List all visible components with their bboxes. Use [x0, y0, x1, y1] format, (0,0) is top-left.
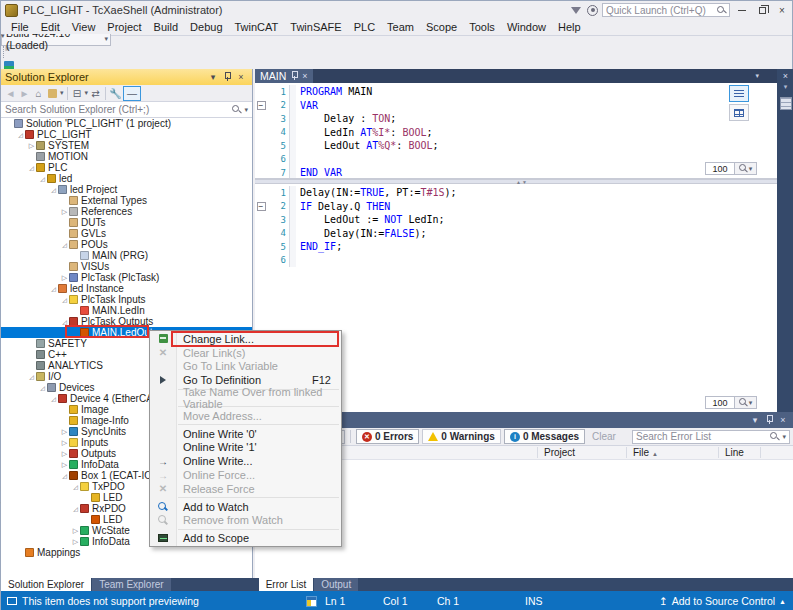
- tab-solution-explorer[interactable]: Solution Explorer: [1, 578, 91, 591]
- se-back-icon[interactable]: ◄: [4, 86, 17, 101]
- tree-expander-icon[interactable]: ◿: [60, 296, 69, 303]
- tree-item-plc-light[interactable]: ◿PLC_LIGHT: [1, 129, 252, 140]
- feedback-icon[interactable]: [587, 5, 598, 16]
- declaration-editor[interactable]: 100 ▾ 1PROGRAM MAIN−2VAR3 Delay : TON;4 …: [255, 83, 777, 179]
- menu-tools[interactable]: Tools: [463, 21, 501, 33]
- tree-item-gvls[interactable]: GVLs: [1, 228, 252, 239]
- tree-item-led-project[interactable]: ◿led Project: [1, 184, 252, 195]
- se-properties-icon[interactable]: 🔧: [109, 86, 122, 101]
- menu-edit[interactable]: Edit: [35, 21, 66, 33]
- menu-build[interactable]: Build: [148, 21, 184, 33]
- tab-team-explorer[interactable]: Team Explorer: [92, 578, 170, 591]
- tree-expander-icon[interactable]: ▷: [60, 274, 69, 282]
- tree-item-plctask-inputs[interactable]: ◿PlcTask Inputs: [1, 294, 252, 305]
- window-position-dropdown[interactable]: ▾: [748, 414, 762, 427]
- tree-item-motion[interactable]: MOTION: [1, 151, 252, 162]
- search-options-dropdown[interactable]: ▾: [244, 106, 248, 114]
- menu-item-online-write-0-[interactable]: Online Write '0': [150, 427, 341, 441]
- pin-icon[interactable]: [220, 71, 234, 84]
- tree-expander-icon[interactable]: ◿: [60, 318, 69, 325]
- tree-expander-icon[interactable]: ◿: [38, 384, 47, 391]
- menu-file[interactable]: File: [5, 21, 35, 33]
- tree-expander-icon[interactable]: ▷: [71, 538, 80, 546]
- tree-expander-icon[interactable]: ◿: [71, 483, 80, 490]
- pin-icon[interactable]: [762, 414, 776, 427]
- tree-item-references[interactable]: ▷References: [1, 206, 252, 217]
- switch-views-dropdown[interactable]: ▾: [60, 89, 64, 97]
- tree-item-pous[interactable]: ◿POUs: [1, 239, 252, 250]
- strip-dropdown-icon[interactable]: ▾: [777, 83, 793, 93]
- filter-icon[interactable]: [571, 7, 581, 14]
- zoom-icon[interactable]: ▾: [735, 162, 757, 175]
- menu-scope[interactable]: Scope: [420, 21, 463, 33]
- menu-debug[interactable]: Debug: [184, 21, 228, 33]
- minimize-button[interactable]: [734, 3, 750, 17]
- textual-view-toggle[interactable]: [729, 85, 749, 102]
- column-file[interactable]: File ▲: [633, 447, 658, 458]
- tree-item-plctask-outputs[interactable]: ◿PlcTask Outputs: [1, 316, 252, 327]
- menu-twinsafe[interactable]: TwinSAFE: [284, 21, 347, 33]
- code-fold-icon[interactable]: −: [257, 101, 266, 110]
- tab-close-icon[interactable]: ×: [302, 71, 307, 81]
- collapse-all-icon[interactable]: ⊟: [71, 86, 84, 101]
- zoom-level-implementation[interactable]: 100: [705, 396, 735, 409]
- clear-button[interactable]: Clear: [588, 431, 620, 442]
- column-line[interactable]: Line: [725, 447, 744, 458]
- home-icon[interactable]: ⌂: [32, 86, 45, 101]
- tree-expander-icon[interactable]: ◿: [60, 472, 69, 479]
- tree-expander-icon[interactable]: ◿: [49, 285, 58, 292]
- close-strip-icon[interactable]: ×: [777, 69, 793, 83]
- tree-expander-icon[interactable]: ▷: [60, 439, 69, 447]
- restore-button[interactable]: [754, 3, 770, 17]
- tab-error-list[interactable]: Error List: [259, 578, 314, 591]
- pending-changes-dropdown[interactable]: ▾: [85, 89, 89, 97]
- tree-item-solution-plc-light-1-project-[interactable]: Solution 'PLC_LIGHT' (1 project): [1, 118, 252, 129]
- close-panel-icon[interactable]: ×: [776, 414, 790, 427]
- tree-item-visus[interactable]: VISUs: [1, 261, 252, 272]
- solution-explorer-search[interactable]: Search Solution Explorer (Ctrl+;) ▾: [1, 102, 252, 118]
- tree-expander-icon[interactable]: ◿: [49, 186, 58, 193]
- menu-view[interactable]: View: [66, 21, 102, 33]
- sync-active-document-icon[interactable]: ⇄: [89, 86, 102, 101]
- menu-item-change-link-[interactable]: Change Link...: [150, 332, 341, 346]
- menu-team[interactable]: Team: [381, 21, 420, 33]
- menu-window[interactable]: Window: [501, 21, 552, 33]
- tab-list-dropdown[interactable]: ▾: [755, 72, 759, 80]
- add-to-source-control[interactable]: ↥ Add to Source Control ▲: [659, 595, 786, 607]
- preview-selected-icon[interactable]: —: [123, 86, 141, 101]
- se-forward-icon[interactable]: ►: [18, 86, 31, 101]
- tab-pin-icon[interactable]: [290, 71, 298, 81]
- column-project[interactable]: Project: [544, 447, 575, 458]
- tab-main[interactable]: MAIN ×: [255, 69, 313, 83]
- error-list-search[interactable]: Search Error List ▾: [632, 430, 790, 444]
- tree-expander-icon[interactable]: ◿: [27, 373, 36, 380]
- menu-item-add-to-watch[interactable]: Add to Watch: [150, 500, 341, 514]
- code-fold-icon[interactable]: −: [257, 202, 266, 211]
- menu-item-online-write-[interactable]: →Online Write...: [150, 454, 341, 468]
- tree-item-main-ledin[interactable]: MAIN.LedIn: [1, 305, 252, 316]
- zoom-icon[interactable]: ▾: [735, 396, 757, 409]
- tree-item-led-instance[interactable]: ◿led Instance: [1, 283, 252, 294]
- menu-project[interactable]: Project: [101, 21, 147, 33]
- errors-filter-button[interactable]: ✕0 Errors: [356, 429, 419, 444]
- menu-plc[interactable]: PLC: [348, 21, 381, 33]
- tree-expander-icon[interactable]: ◿: [60, 241, 69, 248]
- zoom-level-declaration[interactable]: 100: [705, 162, 735, 175]
- tree-expander-icon[interactable]: ◿: [16, 131, 25, 138]
- switch-views-icon[interactable]: [46, 86, 59, 101]
- tree-expander-icon[interactable]: ◿: [49, 395, 58, 402]
- close-button[interactable]: ×: [774, 3, 790, 17]
- tree-expander-icon[interactable]: ◿: [38, 175, 47, 182]
- tree-expander-icon[interactable]: ▷: [60, 428, 69, 436]
- tree-item-led[interactable]: ◿led: [1, 173, 252, 184]
- tree-expander-icon[interactable]: ◿: [71, 505, 80, 512]
- tree-item-mappings[interactable]: Mappings: [1, 547, 252, 558]
- tab-output[interactable]: Output: [314, 578, 358, 591]
- menu-twincat[interactable]: TwinCAT: [229, 21, 285, 33]
- window-position-dropdown[interactable]: ▾: [206, 71, 220, 84]
- warnings-filter-button[interactable]: 0 Warnings: [422, 429, 501, 444]
- tree-expander-icon[interactable]: ▷: [27, 142, 36, 150]
- tree-item-plc[interactable]: ◿PLC: [1, 162, 252, 173]
- tabular-view-toggle[interactable]: [729, 104, 749, 121]
- messages-filter-button[interactable]: i0 Messages: [504, 429, 585, 444]
